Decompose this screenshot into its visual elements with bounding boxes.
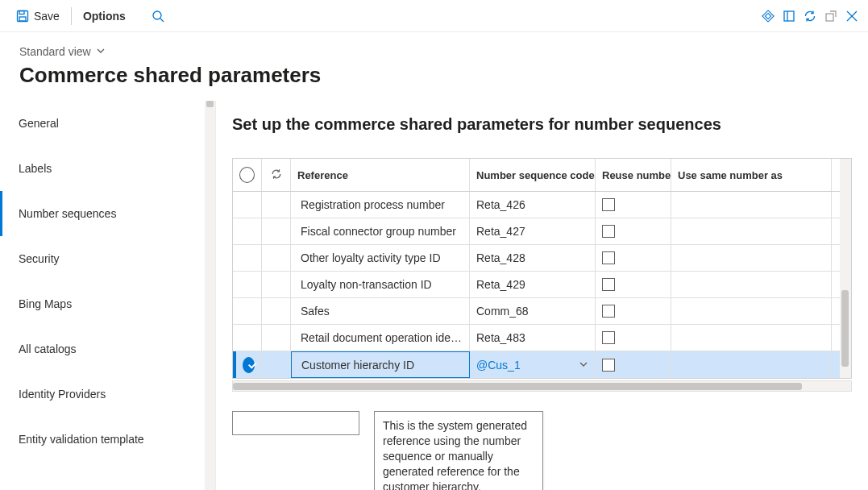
cell-code[interactable]: Reta_426 xyxy=(470,192,596,218)
row-select[interactable] xyxy=(236,245,262,271)
cell-reuse[interactable] xyxy=(596,325,671,351)
cell-usesame[interactable] xyxy=(671,192,832,218)
options-button[interactable]: Options xyxy=(77,6,132,26)
cell-code[interactable]: Reta_428 xyxy=(470,245,596,271)
table-row[interactable]: Registration process numberReta_426 xyxy=(233,192,851,218)
sidebar-item[interactable]: General xyxy=(0,101,215,146)
sidebar-item[interactable]: Identity Providers xyxy=(0,372,215,417)
refresh-icon[interactable] xyxy=(804,10,816,23)
refresh-small-icon xyxy=(271,168,282,182)
popout-icon[interactable] xyxy=(824,10,837,23)
save-label: Save xyxy=(34,10,60,23)
row-spacer xyxy=(262,272,291,297)
toolbar-divider xyxy=(71,7,72,25)
cell-code[interactable]: Reta_429 xyxy=(470,272,596,297)
row-spacer xyxy=(262,218,291,244)
svg-line-4 xyxy=(160,19,164,22)
cell-reference[interactable]: Registration process number xyxy=(291,192,470,218)
table-row[interactable]: Customer hierarchy ID@Cus_1 xyxy=(233,351,851,378)
cell-code[interactable]: @Cus_1 xyxy=(470,351,596,378)
content-area: Set up the commerce shared parameters fo… xyxy=(216,101,868,490)
grid-header: Reference Number sequence code Reuse num… xyxy=(233,159,851,192)
cell-reference[interactable]: Safes xyxy=(291,298,470,324)
sidebar: GeneralLabelsNumber sequencesSecurityBin… xyxy=(0,101,216,490)
section-title: Set up the commerce shared parameters fo… xyxy=(232,115,852,134)
row-spacer xyxy=(262,325,291,351)
cell-reference[interactable]: Customer hierarchy ID xyxy=(291,351,470,378)
cell-usesame[interactable] xyxy=(671,325,832,351)
sidebar-item[interactable]: All catalogs xyxy=(0,326,215,372)
svg-rect-7 xyxy=(826,14,833,21)
close-icon[interactable] xyxy=(845,10,858,23)
column-header-usesame[interactable]: Use same number as xyxy=(671,159,832,191)
row-select[interactable] xyxy=(236,192,262,218)
cell-code[interactable]: Reta_427 xyxy=(470,218,596,244)
row-select[interactable] xyxy=(236,298,262,324)
cell-reuse[interactable] xyxy=(596,218,671,244)
cell-reuse[interactable] xyxy=(596,272,671,297)
cell-usesame[interactable] xyxy=(671,245,832,271)
column-header-reference[interactable]: Reference xyxy=(291,159,470,191)
chevron-down-icon xyxy=(96,45,106,58)
svg-point-3 xyxy=(153,11,161,19)
select-all-checkbox[interactable] xyxy=(233,159,262,191)
grid-horizontal-scrollbar[interactable] xyxy=(232,380,852,392)
table-row[interactable]: Fiscal connector group numberReta_427 xyxy=(233,218,851,245)
sidebar-scrollbar[interactable] xyxy=(205,101,215,490)
search-button[interactable] xyxy=(145,6,171,26)
sidebar-item[interactable]: Security xyxy=(0,236,215,281)
sidebar-item[interactable]: Number sequences xyxy=(0,191,215,236)
row-select[interactable] xyxy=(236,272,262,297)
cell-reference[interactable]: Fiscal connector group number xyxy=(291,218,470,244)
save-button[interactable]: Save xyxy=(10,6,66,26)
row-spacer xyxy=(262,298,291,324)
top-toolbar: Save Options xyxy=(0,0,868,32)
sidebar-item[interactable]: Labels xyxy=(0,146,215,191)
row-select[interactable] xyxy=(236,325,262,351)
cell-reference[interactable]: Retail document operation iden… xyxy=(291,325,470,351)
cell-reuse[interactable] xyxy=(596,245,671,271)
sidebar-item[interactable]: Bing Maps xyxy=(0,281,215,326)
options-label: Options xyxy=(83,10,126,23)
table-row[interactable]: SafesComm_68 xyxy=(233,298,851,325)
cell-usesame[interactable] xyxy=(671,218,832,244)
tooltip: This is the system generated reference u… xyxy=(374,411,543,490)
view-selector[interactable]: Standard view xyxy=(0,32,868,60)
grid-vertical-scrollbar[interactable] xyxy=(840,159,851,378)
cell-reuse[interactable] xyxy=(596,192,671,218)
row-select[interactable] xyxy=(236,351,262,378)
cell-reference[interactable]: Other loyalty activity type ID xyxy=(291,245,470,271)
row-spacer xyxy=(262,351,291,378)
table-row[interactable]: Loyalty non-transaction IDReta_429 xyxy=(233,272,851,298)
row-select[interactable] xyxy=(236,218,262,244)
main-area: GeneralLabelsNumber sequencesSecurityBin… xyxy=(0,101,868,490)
search-icon xyxy=(152,10,164,23)
svg-rect-2 xyxy=(19,17,26,21)
cell-usesame[interactable] xyxy=(671,351,832,378)
row-spacer xyxy=(262,245,291,271)
cell-reference[interactable]: Loyalty non-transaction ID xyxy=(291,272,470,297)
cell-usesame[interactable] xyxy=(671,298,832,324)
cell-usesame[interactable] xyxy=(671,272,832,297)
row-spacer xyxy=(262,192,291,218)
filter-input[interactable] xyxy=(232,411,359,435)
table-row[interactable]: Other loyalty activity type IDReta_428 xyxy=(233,245,851,272)
column-header-reuse[interactable]: Reuse numbers xyxy=(596,159,671,191)
view-label: Standard view xyxy=(19,45,91,58)
cell-reuse[interactable] xyxy=(596,351,671,378)
column-header-code[interactable]: Number sequence code xyxy=(470,159,596,191)
cell-code[interactable]: Reta_483 xyxy=(470,325,596,351)
svg-rect-5 xyxy=(784,11,794,21)
attach-icon[interactable] xyxy=(762,10,775,23)
office-icon[interactable] xyxy=(783,10,795,23)
save-icon xyxy=(16,10,29,23)
refresh-column[interactable] xyxy=(262,159,291,191)
sidebar-item[interactable]: Entity validation template xyxy=(0,417,215,462)
page-title: Commerce shared parameters xyxy=(0,60,868,101)
table-row[interactable]: Retail document operation iden…Reta_483 xyxy=(233,325,851,351)
cell-code[interactable]: Comm_68 xyxy=(470,298,596,324)
svg-rect-1 xyxy=(19,10,24,14)
chevron-down-icon[interactable] xyxy=(579,359,588,372)
cell-reuse[interactable] xyxy=(596,298,671,324)
data-grid: Reference Number sequence code Reuse num… xyxy=(232,158,852,379)
